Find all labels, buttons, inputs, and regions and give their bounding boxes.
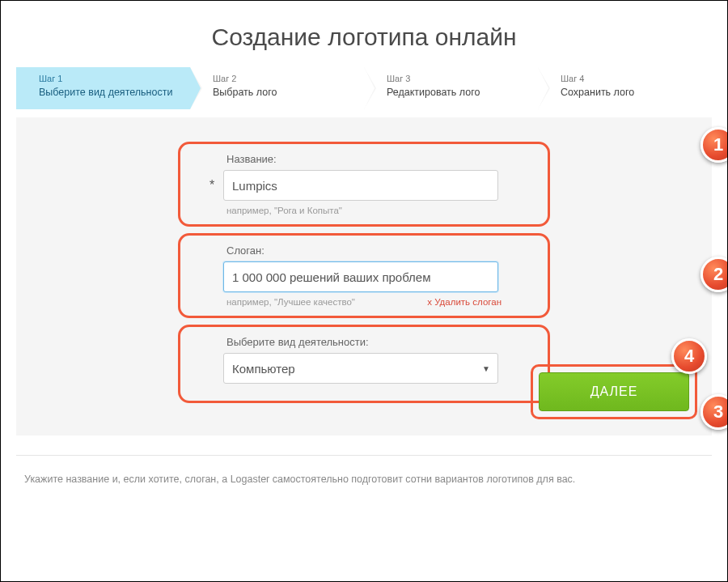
page-title: Создание логотипа онлайн [1, 1, 727, 67]
annotation-badge-2: 2 [700, 257, 728, 292]
step-2-label: Выбрать лого [213, 87, 277, 98]
step-2-num: Шаг 2 [213, 74, 356, 83]
step-1-label: Выберите вид деятельности [39, 87, 172, 98]
step-4-num: Шаг 4 [561, 74, 704, 83]
name-hint: например, "Рога и Копыта" [226, 206, 527, 215]
step-3-num: Шаг 3 [387, 74, 530, 83]
stepper: Шаг 1 Выберите вид деятельности Шаг 2 Вы… [16, 67, 712, 109]
group-slogan: Слоган: например, "Лучшее качество" x Уд… [178, 233, 550, 318]
step-1-num: Шаг 1 [39, 74, 182, 83]
annotation-badge-1: 1 [700, 127, 728, 163]
step-4-label: Сохранить лого [561, 87, 634, 98]
next-button[interactable]: ДАЛЕЕ [539, 372, 689, 411]
step-1[interactable]: Шаг 1 Выберите вид деятельности [16, 67, 190, 109]
slogan-label: Слоган: [226, 244, 527, 257]
name-input[interactable] [223, 170, 498, 201]
step-2[interactable]: Шаг 2 Выбрать лого [190, 67, 364, 109]
step-3-label: Редактировать лого [387, 87, 480, 98]
group-name: Название: * например, "Рога и Копыта" [178, 142, 550, 227]
form-panel: Название: * например, "Рога и Копыта" Сл… [16, 117, 712, 435]
delete-slogan-link[interactable]: x Удалить слоган [427, 297, 502, 307]
group-activity: Выберите вид деятельности: Компьютер ▼ [178, 325, 550, 403]
activity-label: Выберите вид деятельности: [226, 336, 527, 348]
name-label: Название: [226, 153, 527, 165]
footer-hint: Укажите название и, если хотите, слоган,… [16, 455, 712, 503]
step-4[interactable]: Шаг 4 Сохранить лого [538, 67, 712, 109]
annotation-badge-3: 3 [700, 394, 728, 430]
annotation-badge-4: 4 [671, 338, 707, 374]
activity-select[interactable]: Компьютер [223, 353, 498, 384]
slogan-input[interactable] [223, 261, 498, 292]
required-asterisk: * [201, 178, 223, 193]
step-3[interactable]: Шаг 3 Редактировать лого [364, 67, 538, 109]
